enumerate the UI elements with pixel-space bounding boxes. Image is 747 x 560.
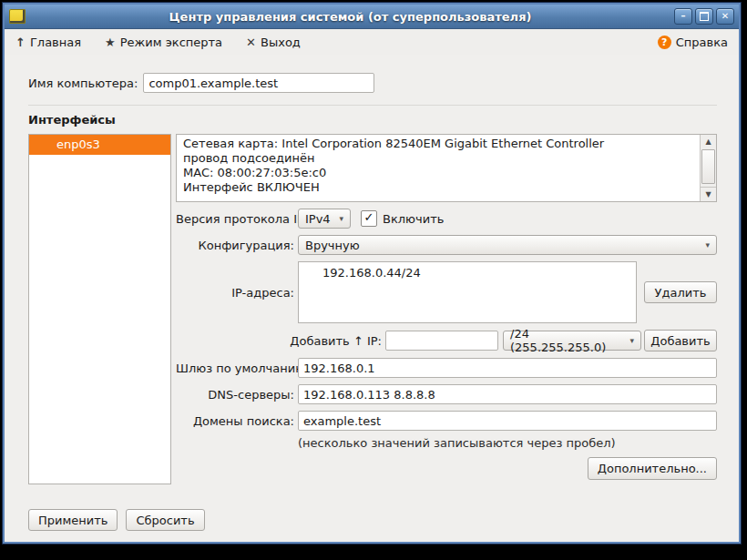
toolbar-item-home[interactable]: ↑ Главная [15, 36, 81, 49]
window-title: Центр управления системой (от суперпольз… [29, 10, 671, 24]
info-scrollbar[interactable]: ▲ ▼ [700, 135, 716, 201]
interface-info-box: Сетевая карта: Intel Corporation 82540EM… [176, 134, 717, 202]
configuration-value: Вручную [305, 239, 360, 252]
info-line-nic: Сетевая карта: Intel Corporation 82540EM… [183, 137, 692, 151]
advanced-row: Дополнительно... [176, 457, 717, 480]
toolbar-expert-label: Режим эксперта [120, 36, 222, 49]
dns-input[interactable] [298, 384, 717, 404]
add-ip-row: Добавить ↑ IP: /24 (255.255.255.0) ▾ Доб… [176, 330, 717, 351]
configuration-label: Конфигурация: [176, 239, 294, 252]
ip-address-item[interactable]: 192.168.0.44/24 [299, 262, 636, 281]
chevron-down-icon: ▾ [629, 336, 634, 345]
enable-label: Включить [383, 212, 444, 226]
search-domains-row: Домены поиска: [176, 411, 717, 431]
toolbar-item-help[interactable]: ? Справка [658, 36, 728, 49]
separator [28, 105, 717, 106]
ip-addresses-label: IP-адреса: [176, 286, 294, 300]
toolbar: ↑ Главная ★ Режим эксперта ✕ Выход ? Спр… [5, 29, 739, 55]
ip-addresses-row: IP-адреса: 192.168.0.44/24 Удалить [176, 261, 717, 323]
gateway-label: Шлюз по умолчанию: [176, 361, 294, 375]
info-line-mac: MAC: 08:00:27:03:5e:c0 [183, 166, 692, 180]
star-icon: ★ [105, 36, 116, 49]
chevron-down-icon: ▾ [339, 214, 343, 223]
netmask-value: /24 (255.255.255.0) [510, 327, 622, 354]
interfaces-heading: Интерфейсы [28, 113, 717, 127]
app-icon [9, 9, 26, 24]
enable-checkbox[interactable]: ✓ [361, 210, 377, 227]
hostname-row: Имя компьютера: [28, 73, 717, 93]
add-ip-input[interactable] [385, 331, 498, 351]
maximize-button[interactable] [695, 8, 713, 25]
configuration-row: Конфигурация: Вручную ▾ [176, 235, 717, 255]
multiple-values-hint: (несколько значений записываются через п… [298, 436, 717, 450]
minimize-button[interactable]: – [674, 8, 692, 25]
dns-label: DNS-серверы: [176, 388, 294, 402]
configuration-select[interactable]: Вручную ▾ [298, 235, 717, 255]
delete-button[interactable]: Удалить [644, 281, 717, 303]
interface-details-panel: Сетевая карта: Intel Corporation 82540EM… [176, 134, 717, 480]
ip-version-value: IPv4 [305, 212, 331, 226]
ip-version-row: Версия протокола IP: IPv4 ▾ ✓ Включить [176, 209, 717, 229]
search-domains-input[interactable] [298, 411, 717, 431]
titlebar: Центр управления системой (от суперпольз… [5, 5, 739, 29]
info-line-state: Интерфейс ВКЛЮЧЕН [183, 180, 692, 195]
chevron-down-icon: ▾ [705, 240, 710, 249]
help-icon: ? [658, 36, 671, 49]
hostname-input[interactable] [143, 73, 374, 93]
toolbar-help-label: Справка [676, 36, 728, 49]
ip-version-label: Версия протокола IP: [176, 212, 294, 226]
delete-button-column: Удалить [637, 281, 717, 303]
apply-button[interactable]: Применить [28, 509, 118, 531]
gateway-input[interactable] [298, 358, 717, 378]
scroll-down-icon[interactable]: ▼ [701, 187, 716, 201]
add-button[interactable]: Добавить [644, 330, 717, 351]
exit-icon: ✕ [246, 36, 256, 49]
ip-version-select[interactable]: IPv4 ▾ [298, 209, 351, 229]
scrollbar-thumb[interactable] [701, 149, 715, 184]
maximize-icon [700, 12, 709, 21]
dns-row: DNS-серверы: [176, 384, 717, 404]
advanced-button[interactable]: Дополнительно... [588, 457, 717, 480]
app-window: Центр управления системой (от суперпольз… [2, 2, 742, 545]
bottom-actions: Применить Сбросить [28, 509, 717, 531]
home-icon: ↑ [15, 36, 26, 49]
interface-list-item-enp0s3[interactable]: enp0s3 [29, 135, 170, 155]
scroll-up-icon[interactable]: ▲ [701, 135, 716, 148]
reset-button[interactable]: Сбросить [126, 509, 204, 531]
toolbar-item-exit[interactable]: ✕ Выход [246, 36, 301, 49]
netmask-select[interactable]: /24 (255.255.255.0) ▾ [503, 331, 641, 351]
ip-address-list[interactable]: 192.168.0.44/24 [298, 261, 637, 323]
hostname-label: Имя компьютера: [28, 76, 138, 90]
toolbar-exit-label: Выход [261, 36, 301, 49]
info-line-wire: провод подсоединён [183, 151, 692, 166]
interface-list[interactable]: enp0s3 [28, 134, 171, 484]
close-button[interactable]: ✕ [716, 8, 734, 25]
toolbar-home-label: Главная [30, 36, 81, 49]
main-content: Имя компьютера: Интерфейсы enp0s3 Сетева… [5, 55, 739, 542]
gateway-row: Шлюз по умолчанию: [176, 358, 717, 378]
add-ip-label: Добавить ↑ IP: [176, 334, 382, 348]
interfaces-area: enp0s3 Сетевая карта: Intel Corporation … [28, 134, 717, 484]
toolbar-item-expert-mode[interactable]: ★ Режим эксперта [105, 36, 222, 49]
search-domains-label: Домены поиска: [176, 414, 294, 428]
